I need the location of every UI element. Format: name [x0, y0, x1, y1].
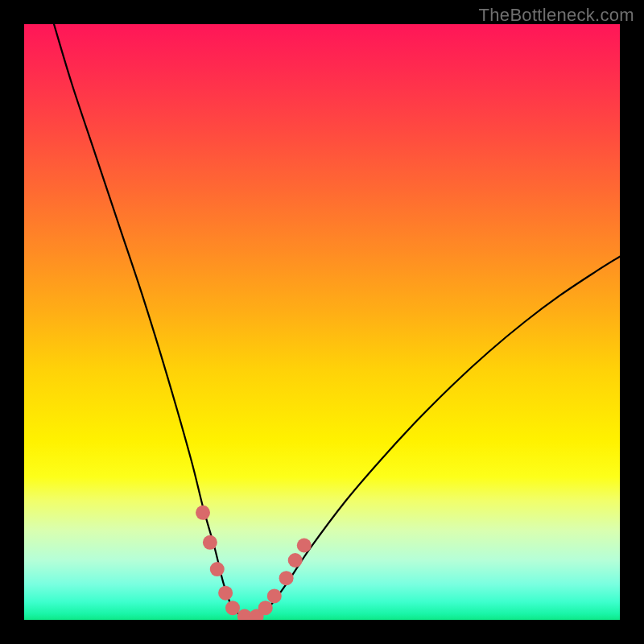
bottleneck-curve — [54, 24, 620, 618]
watermark-text: TheBottleneck.com — [479, 5, 634, 26]
highlight-dot — [288, 553, 303, 568]
highlight-dots — [196, 506, 312, 620]
highlight-dot — [218, 586, 233, 601]
highlight-dot — [203, 535, 217, 550]
highlight-dot — [258, 601, 273, 615]
highlight-dot — [267, 588, 282, 603]
plot-area — [24, 24, 620, 620]
highlight-dot — [225, 601, 240, 615]
highlight-dot — [279, 571, 294, 585]
highlight-dot — [196, 506, 210, 520]
chart-svg — [24, 24, 620, 620]
highlight-dot — [210, 562, 225, 576]
highlight-dot — [297, 539, 312, 553]
